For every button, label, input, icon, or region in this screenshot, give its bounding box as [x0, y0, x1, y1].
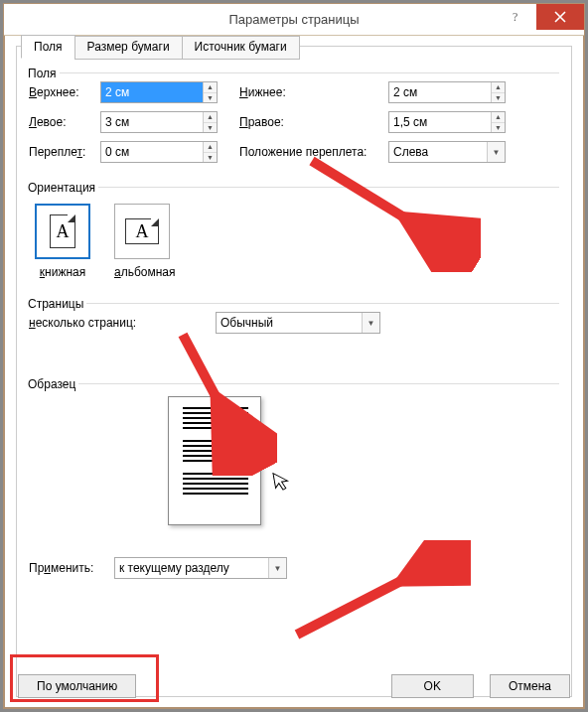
- chevron-down-icon: ▼: [268, 558, 286, 578]
- dialog-body: Поля Размер бумаги Источник бумаги Поля …: [16, 46, 572, 697]
- input-left-margin[interactable]: ▲▼: [100, 111, 218, 133]
- label-top: Верхнее:: [29, 85, 100, 99]
- spin-up-icon[interactable]: ▲: [204, 82, 217, 93]
- chevron-down-icon: ▼: [487, 142, 505, 162]
- help-button[interactable]: ?: [497, 4, 536, 30]
- label-gutter-pos: Положение переплета:: [239, 145, 388, 159]
- input-top-margin[interactable]: ▲▼: [100, 81, 218, 103]
- chevron-down-icon: ▼: [362, 313, 379, 333]
- tab-fields[interactable]: Поля: [21, 35, 75, 59]
- default-button[interactable]: По умолчанию: [18, 674, 136, 698]
- tab-paper-size[interactable]: Размер бумаги: [74, 36, 183, 60]
- titlebar: Параметры страницы ?: [4, 4, 584, 36]
- page-landscape-icon: A: [125, 218, 159, 244]
- page-portrait-icon: A: [50, 214, 75, 248]
- label-gutter: Переплет:: [29, 145, 100, 159]
- close-button[interactable]: [536, 4, 584, 30]
- label-left: Левое:: [29, 115, 100, 129]
- ok-button[interactable]: OK: [391, 674, 474, 698]
- orientation-portrait[interactable]: A книжная: [35, 204, 90, 279]
- button-bar: По умолчанию OK Отмена: [4, 674, 584, 698]
- page-setup-dialog: Параметры страницы ? Поля Размер бумаги …: [3, 3, 585, 709]
- input-right-margin[interactable]: ▲▼: [388, 111, 506, 133]
- select-multipage[interactable]: Обычный ▼: [216, 312, 380, 334]
- svg-text:?: ?: [513, 11, 517, 23]
- spin-down-icon[interactable]: ▼: [204, 93, 217, 103]
- label-right: Правое:: [239, 115, 388, 129]
- sample-preview: [168, 396, 261, 525]
- tab-paper-source[interactable]: Источник бумаги: [182, 36, 300, 60]
- label-bottom: Нижнее:: [239, 85, 388, 99]
- label-multipage: несколько страниц:: [29, 316, 216, 330]
- input-gutter[interactable]: ▲▼: [100, 141, 218, 163]
- select-gutter-pos[interactable]: Слева ▼: [388, 141, 506, 163]
- group-orientation-label: Ориентация: [28, 181, 98, 195]
- group-margins-label: Поля: [28, 67, 60, 80]
- cancel-button[interactable]: Отмена: [490, 674, 570, 698]
- tab-strip: Поля Размер бумаги Источник бумаги: [21, 35, 299, 59]
- group-sample-label: Образец: [28, 377, 78, 391]
- input-bottom-margin[interactable]: ▲▼: [388, 81, 506, 103]
- group-pages-label: Страницы: [28, 297, 86, 311]
- orientation-landscape[interactable]: A альбомная: [114, 204, 176, 279]
- label-apply: Применить:: [29, 561, 114, 575]
- select-apply-to[interactable]: к текущему разделу ▼: [114, 557, 287, 579]
